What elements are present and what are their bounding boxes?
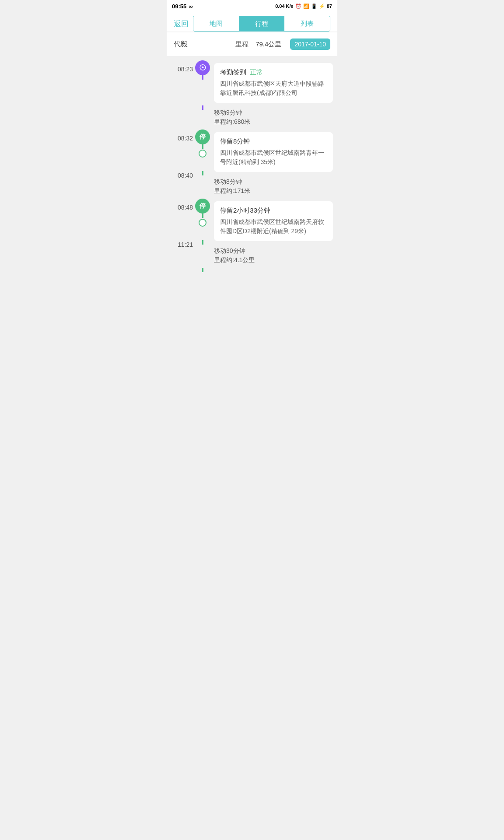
move3-duration: 移动30分钟: [214, 247, 333, 255]
bottom-line: [167, 268, 337, 275]
date-badge: 2017-01-10: [290, 38, 330, 50]
move-segment-1: 移动9分钟 里程约:680米: [167, 105, 337, 130]
status-infinity: ∞: [189, 3, 192, 10]
stop1-icon: 停: [200, 133, 206, 141]
tab-list[interactable]: 列表: [284, 16, 330, 31]
charging-icon: ⚡: [319, 4, 325, 9]
stop2-card: 停留2小时33分钟 四川省成都市武侯区世纪城南路天府软件园D区D2楼附近(精确到…: [214, 201, 333, 241]
stop2-address: 四川省成都市武侯区世纪城南路天府软件园D区D2楼附近(精确到 29米): [220, 217, 327, 236]
status-bar: 09:55 ∞ 0.04 K/s ⏰ 📶 📱 ⚡ 87: [167, 0, 337, 12]
network-speed: 0.04 K/s: [275, 4, 294, 9]
move1-distance: 里程约:680米: [214, 118, 333, 126]
stop2-title: 停留2小时33分钟: [220, 206, 270, 215]
checkin-status: 正常: [250, 68, 263, 77]
stop2-line: [202, 214, 203, 218]
signal-icon: 📱: [311, 4, 317, 9]
info-bar: 代毅 里程 79.4公里 2017-01-10: [167, 32, 337, 56]
checkin-card: 考勤签到 正常 四川省成都市武侯区天府大道中段辅路靠近腾讯科技(成都)有限公司: [214, 63, 333, 103]
stop1-end-time-row: 08:40 移动8分钟 里程约:171米: [167, 171, 337, 199]
move2-duration: 移动8分钟: [214, 178, 333, 186]
clock-icon: ⏰: [295, 4, 301, 9]
move1-duration: 移动9分钟: [214, 109, 333, 117]
checkin-time: 08:23: [178, 66, 193, 73]
battery-level: 87: [327, 4, 332, 9]
fingerprint-icon: ☉: [199, 63, 206, 73]
checkin-title: 考勤签到: [220, 68, 246, 77]
event-stop1: 08:32 停 停留8分钟 四川省成都市武侯区世纪城南路青年一号附近(精确到 3…: [167, 130, 337, 175]
stop2-time-start: 08:48: [178, 204, 193, 211]
back-button[interactable]: 返回: [174, 17, 189, 31]
stop1-end-dot: [199, 150, 206, 158]
tab-bar: 地图 行程 列表: [193, 16, 330, 32]
mileage-value: 79.4公里: [256, 40, 281, 49]
stop2-end-dot: [199, 219, 206, 227]
bottom-vline: [202, 268, 203, 272]
stop1-line: [202, 144, 203, 149]
stop1-time-start: 08:32: [178, 135, 193, 142]
event-stop2: 08:48 停 停留2小时33分钟 四川省成都市武侯区世纪城南路天府软件园D区D…: [167, 199, 337, 244]
wifi-icon: 📶: [303, 4, 309, 9]
checkin-address: 四川省成都市武侯区天府大道中段辅路靠近腾讯科技(成都)有限公司: [220, 79, 327, 98]
move3-distance: 里程约:4.1公里: [214, 256, 333, 264]
stop2-dot: 停: [195, 199, 210, 214]
timeline: 08:23 ☉ 考勤签到 正常 四川省成都市武侯区天府大道中段辅路靠近腾讯科技(…: [167, 56, 337, 279]
stop2-icon: 停: [200, 202, 206, 210]
status-time: 09:55: [172, 3, 186, 10]
event-checkin: 08:23 ☉ 考勤签到 正常 四川省成都市武侯区天府大道中段辅路靠近腾讯科技(…: [167, 60, 337, 105]
checkin-dot: ☉: [195, 60, 210, 75]
move2-distance: 里程约:171米: [214, 187, 333, 195]
header: 返回 地图 行程 列表: [167, 12, 337, 32]
person-name: 代毅: [174, 40, 188, 49]
stop1-card: 停留8分钟 四川省成都市武侯区世纪城南路青年一号附近(精确到 35米): [214, 132, 333, 172]
tab-trip[interactable]: 行程: [239, 16, 284, 31]
tab-map[interactable]: 地图: [193, 16, 239, 31]
mileage-label: 里程: [235, 40, 248, 49]
stop2-end-time-row: 11:21 移动30分钟 里程约:4.1公里: [167, 240, 337, 268]
move-line-1: [202, 105, 203, 110]
stop1-address: 四川省成都市武侯区世纪城南路青年一号附近(精确到 35米): [220, 148, 327, 167]
line-after-checkin: [202, 75, 203, 80]
stop1-dot: 停: [195, 130, 210, 144]
stop1-title: 停留8分钟: [220, 137, 250, 146]
